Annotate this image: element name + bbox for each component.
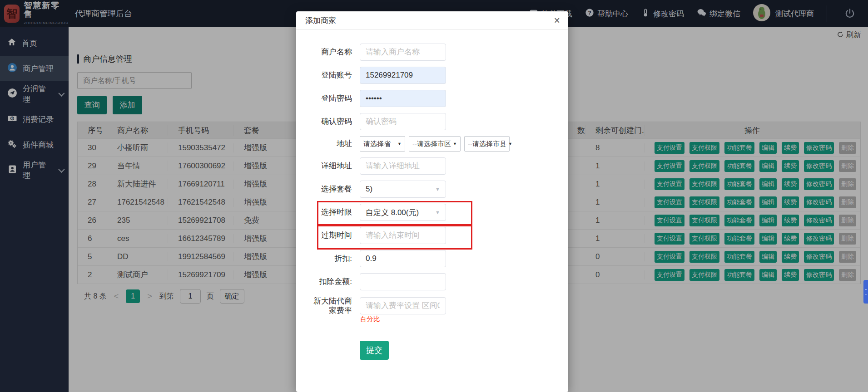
address-select-2[interactable]: --请选择市县▼ [464, 136, 510, 152]
modal-row-newland-rate: 新大陆代商家费率百分比 [296, 296, 568, 316]
caret-down-icon: ▼ [451, 142, 457, 146]
close-icon[interactable]: × [554, 15, 560, 26]
expire-time-input[interactable] [360, 227, 446, 244]
modal-row-expire-time: 过期时间 [296, 227, 568, 244]
field-label-address-detail: 详细地址 [305, 161, 352, 171]
newland-rate-input[interactable] [360, 297, 446, 314]
modal-row-package-select: 选择套餐5)▼ [296, 181, 568, 198]
merchant-name-input[interactable] [360, 44, 446, 61]
modal-row-address-detail: 详细地址 [296, 157, 568, 175]
login-password-input[interactable] [360, 90, 446, 107]
modal-row-login-account: 登陆账号 [296, 67, 568, 84]
field-label-discount: 折扣: [305, 254, 352, 263]
add-merchant-modal: 添加商家 × 商户名称登陆账号登陆密码确认密码地址请选择省▼--请选择市区▼--… [296, 11, 568, 392]
modal-row-address: 地址请选择省▼--请选择市区▼--请选择市县▼ [296, 136, 568, 152]
caret-down-icon: ▼ [396, 142, 402, 146]
confirm-password-input[interactable] [360, 113, 446, 130]
address-select-1[interactable]: --请选择市区▼ [409, 136, 461, 152]
modal-row-deduct-amount: 扣除金额: [296, 273, 568, 290]
field-label-newland-rate: 新大陆代商家费率 [312, 296, 352, 316]
chevron-down-icon: ▼ [435, 186, 440, 192]
select-value: 请选择省 [363, 140, 391, 148]
modal-row-discount: 折扣: [296, 250, 568, 267]
discount-input[interactable] [360, 250, 446, 267]
login-account-input[interactable] [360, 67, 446, 84]
field-label-package-select: 选择套餐 [305, 184, 352, 194]
modal-row-merchant-name: 商户名称 [296, 44, 568, 61]
modal-row-confirm-password: 确认密码 [296, 113, 568, 130]
dropdown-value: 自定义 8.00(元) [366, 207, 419, 218]
field-label-login-password: 登陆密码 [305, 93, 352, 103]
address-detail-input[interactable] [360, 157, 446, 175]
submit-button[interactable]: 提交 [360, 341, 389, 360]
address-select-0[interactable]: 请选择省▼ [360, 136, 405, 152]
select-value: --请选择市区 [412, 140, 451, 148]
field-label-confirm-password: 确认密码 [305, 117, 352, 126]
field-label-expire-time: 过期时间 [305, 230, 352, 240]
field-note: 百分比 [360, 315, 380, 323]
floating-side-widget[interactable] [863, 280, 868, 304]
select-value: --请选择市县 [468, 140, 506, 148]
field-label-login-account: 登陆账号 [305, 70, 352, 80]
modal-form: 商户名称登陆账号登陆密码确认密码地址请选择省▼--请选择市区▼--请选择市县▼详… [296, 30, 568, 360]
package-select[interactable]: 5)▼ [360, 181, 446, 198]
field-label-merchant-name: 商户名称 [305, 47, 352, 57]
modal-title: 添加商家 [305, 15, 336, 26]
modal-row-duration-select: 选择时限自定义 8.00(元)▼ [296, 204, 568, 221]
deduct-amount-input[interactable] [360, 273, 446, 290]
field-label-address: 地址 [305, 139, 352, 148]
duration-select[interactable]: 自定义 8.00(元)▼ [360, 204, 446, 221]
caret-down-icon: ▼ [506, 142, 512, 146]
dropdown-value: 5) [366, 185, 372, 194]
field-label-duration-select: 选择时限 [305, 207, 352, 217]
modal-row-login-password: 登陆密码 [296, 90, 568, 107]
field-label-deduct-amount: 扣除金额: [305, 277, 352, 286]
chevron-down-icon: ▼ [435, 210, 440, 215]
